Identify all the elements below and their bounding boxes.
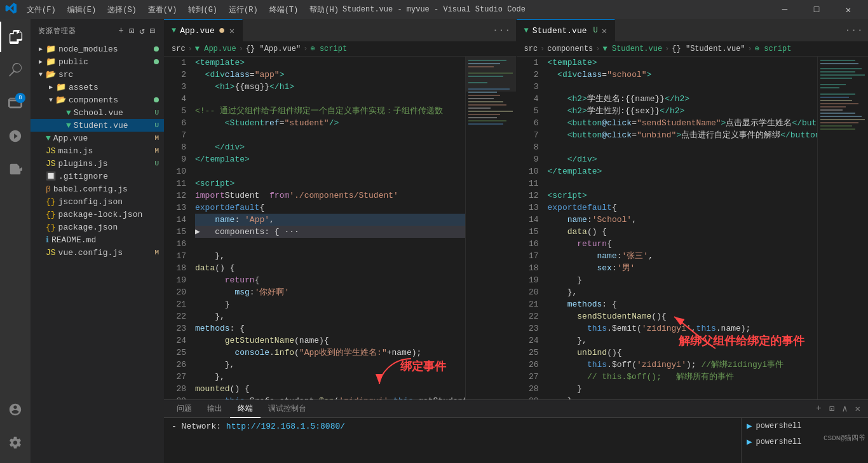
svg-rect-8 bbox=[468, 95, 500, 96]
maximize-button[interactable]: □ bbox=[802, 0, 831, 19]
activity-extensions[interactable] bbox=[0, 154, 31, 184]
maximize-panel-icon[interactable]: ∧ bbox=[839, 402, 850, 415]
menu-select[interactable]: 选择(S) bbox=[102, 3, 142, 17]
tab-studentvue[interactable]: ▼ Student.vue U ✕ bbox=[517, 19, 616, 41]
bc-studentvue: ▼ Student.vue bbox=[603, 45, 663, 53]
tab-problems[interactable]: 问题 bbox=[169, 400, 200, 418]
refresh-icon[interactable]: ↺ bbox=[138, 24, 146, 38]
tree-item-packagelock[interactable]: {} package-lock.json bbox=[31, 208, 164, 221]
spacer bbox=[36, 222, 46, 232]
tab-output[interactable]: 输出 bbox=[200, 400, 230, 418]
app-root: 文件(F) 编辑(E) 选择(S) 查看(V) 转到(G) 运行(R) 终端(T… bbox=[0, 0, 868, 463]
tree-item-jsconfig[interactable]: {} jsconfig.json bbox=[31, 195, 164, 208]
tab-close-button[interactable]: ✕ bbox=[229, 25, 234, 36]
arrow-icon: ▶ bbox=[36, 44, 46, 54]
tree-item-node-modules[interactable]: ▶ 📁 node_modules bbox=[31, 43, 164, 55]
window-title: Student.vue - myvue - Visual Studio Code bbox=[342, 5, 526, 14]
breadcrumb-src: src bbox=[172, 45, 186, 53]
menu-goto[interactable]: 转到(G) bbox=[183, 3, 222, 17]
tab-close-student[interactable]: ✕ bbox=[602, 25, 607, 36]
tab-debug-console[interactable]: 调试控制台 bbox=[261, 400, 314, 418]
svg-rect-16 bbox=[468, 120, 506, 121]
new-folder-icon[interactable]: ⊡ bbox=[128, 24, 135, 38]
main-layout: 8 bbox=[0, 19, 868, 463]
breadcrumb-obj: {} "App.vue" bbox=[246, 45, 301, 53]
js-icon: JS bbox=[46, 146, 56, 156]
vue-icon: ▼ bbox=[66, 121, 71, 130]
split-terminal-icon[interactable]: ⊡ bbox=[827, 402, 837, 415]
menu-view[interactable]: 查看(V) bbox=[143, 3, 182, 17]
menu-help[interactable]: 帮助(H) bbox=[304, 3, 344, 17]
tree-item-babelconfig[interactable]: β babel.config.js bbox=[31, 183, 164, 195]
tab-appvue[interactable]: ▼ App.vue ● ✕ bbox=[164, 19, 243, 41]
editor-more-button[interactable]: ··· bbox=[487, 25, 516, 36]
activity-debug[interactable] bbox=[0, 121, 31, 151]
svg-rect-13 bbox=[468, 111, 513, 112]
activity-search[interactable] bbox=[0, 55, 31, 85]
titlebar-left: 文件(F) 编辑(E) 选择(S) 查看(V) 转到(G) 运行(R) 终端(T… bbox=[5, 3, 344, 17]
arrow-icon: ▶ bbox=[46, 82, 56, 92]
activity-account[interactable] bbox=[0, 394, 31, 425]
titlebar: 文件(F) 编辑(E) 选择(S) 查看(V) 转到(G) 运行(R) 终端(T… bbox=[0, 0, 868, 19]
activity-explorer[interactable] bbox=[0, 22, 31, 52]
tree-item-mainjs[interactable]: JS main.js M bbox=[31, 144, 164, 157]
svg-rect-2 bbox=[468, 66, 494, 67]
code-editor-left[interactable]: 12345 678910 1112131415 1617181920 21222… bbox=[164, 57, 516, 399]
tree-item-src[interactable]: ▼ 📂 src bbox=[31, 68, 164, 81]
svg-rect-24 bbox=[820, 78, 852, 79]
file-icon: 🔲 bbox=[46, 171, 56, 181]
menu-edit[interactable]: 编辑(E) bbox=[62, 3, 102, 17]
new-file-icon[interactable]: + bbox=[117, 24, 125, 38]
spacer bbox=[36, 235, 46, 245]
tree-item-school[interactable]: ▼ School.vue U bbox=[31, 106, 164, 119]
menu-run[interactable]: 运行(R) bbox=[224, 3, 263, 17]
tree-item-assets[interactable]: ▶ 📁 assets bbox=[31, 81, 164, 93]
tree-item-student[interactable]: ▼ Student.vue U bbox=[31, 119, 164, 132]
folder-icon: 📁 bbox=[46, 44, 56, 54]
tab-label: App.vue bbox=[180, 26, 215, 36]
tree-item-appvue[interactable]: ▼ App.vue M bbox=[31, 132, 164, 144]
editor-pane-container: ▼ App.vue ● ✕ ··· src › ▼ App.vue › {} bbox=[164, 19, 868, 399]
tree-item-components[interactable]: ▼ 📂 components bbox=[31, 93, 164, 106]
tree-item-package[interactable]: {} package.json bbox=[31, 221, 164, 233]
activity-settings[interactable] bbox=[0, 427, 31, 458]
editor-more-right[interactable]: ··· bbox=[839, 25, 868, 36]
tree-item-gitignore[interactable]: 🔲 .gitignore bbox=[31, 170, 164, 183]
svg-rect-37 bbox=[820, 125, 852, 127]
sidebar-actions: + ⊡ ↺ ⊟ bbox=[117, 24, 156, 38]
terminal-content: - Network: http://192.168.1.5:8080/ bbox=[164, 418, 741, 463]
terminal-icon: ▶ bbox=[747, 436, 752, 447]
svg-rect-27 bbox=[820, 93, 855, 95]
tree-item-public[interactable]: ▶ 📁 public bbox=[31, 55, 164, 68]
u-badge: U bbox=[154, 109, 159, 116]
svg-rect-28 bbox=[820, 97, 849, 98]
collapse-icon[interactable]: ⊟ bbox=[149, 24, 156, 38]
folder-icon: 📁 bbox=[56, 82, 66, 92]
menu-terminal[interactable]: 终端(T) bbox=[264, 3, 304, 17]
dot-badge bbox=[154, 97, 159, 102]
network-link[interactable]: http://192.168.1.5:8080/ bbox=[226, 422, 345, 431]
activity-bar-bottom bbox=[0, 394, 31, 463]
svg-rect-1 bbox=[468, 63, 500, 64]
tree-item-readme[interactable]: ℹ README.md bbox=[31, 233, 164, 246]
titlebar-menu: 文件(F) 编辑(E) 选择(S) 查看(V) 转到(G) 运行(R) 终端(T… bbox=[22, 3, 344, 17]
close-panel-icon[interactable]: ✕ bbox=[853, 402, 863, 415]
tree-item-pluginsjs[interactable]: JS plugins.js U bbox=[31, 157, 164, 170]
tab-terminal[interactable]: 终端 bbox=[230, 400, 261, 418]
spacer bbox=[36, 184, 46, 194]
tab-u-badge: U bbox=[593, 26, 598, 35]
tree-item-vueconfig[interactable]: JS vue.config.js M bbox=[31, 246, 164, 259]
editor-pane-right: ▼ Student.vue U ✕ ··· src › components › bbox=[517, 19, 869, 399]
activity-source-control[interactable]: 8 bbox=[0, 88, 31, 118]
add-terminal-icon[interactable]: + bbox=[813, 402, 824, 415]
sidebar: 资源管理器 + ⊡ ↺ ⊟ ▶ 📁 node_modules ▶ bbox=[31, 19, 164, 463]
menu-file[interactable]: 文件(F) bbox=[22, 3, 61, 17]
vue-tab-icon: ▼ bbox=[172, 26, 176, 35]
folder-open-icon: 📂 bbox=[56, 95, 66, 105]
code-lines-left: <template> <div class="app"> <h1>{{msg}}… bbox=[193, 57, 465, 399]
minimize-button[interactable]: ─ bbox=[770, 0, 799, 19]
code-editor-right[interactable]: 12345 678910 1112131415 1617181920 21222… bbox=[517, 57, 869, 399]
js-icon: JS bbox=[46, 248, 56, 258]
u-badge: U bbox=[154, 160, 159, 167]
close-button[interactable]: ✕ bbox=[834, 0, 863, 19]
